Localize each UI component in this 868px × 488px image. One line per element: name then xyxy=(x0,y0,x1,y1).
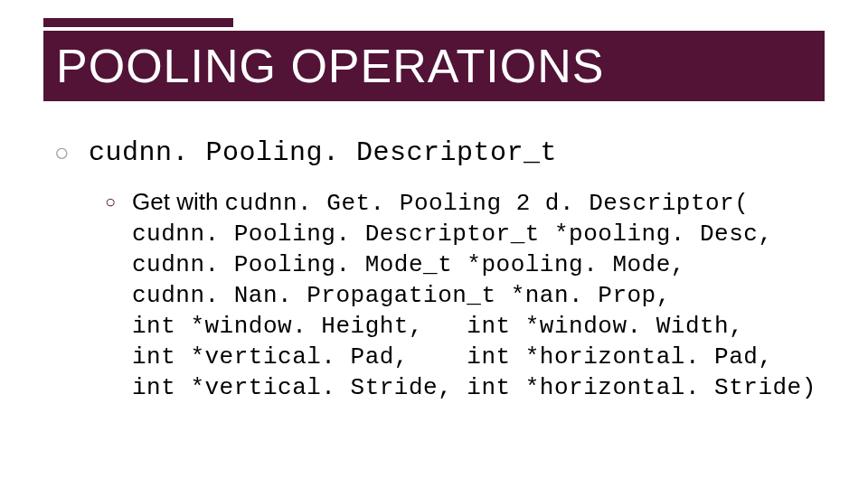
code-line: cudnn. Pooling. Descriptor_t *pooling. D… xyxy=(132,219,816,249)
circle-bullet-icon: ○ xyxy=(105,186,132,217)
title-bar: POOLING OPERATIONS xyxy=(43,31,825,101)
circle-bullet-icon: ○ xyxy=(54,136,89,170)
code-line: cudnn. Nan. Propagation_t *nan. Prop, xyxy=(132,280,816,311)
code-line: int *vertical. Stride, int *horizontal. … xyxy=(132,372,816,403)
slide: POOLING OPERATIONS ○ cudnn. Pooling. Des… xyxy=(0,0,868,488)
slide-body: ○ cudnn. Pooling. Descriptor_t ○ Get wit… xyxy=(54,136,825,403)
code-line: int *window. Height, int *window. Width, xyxy=(132,311,816,342)
code-line: int *vertical. Pad, int *horizontal. Pad… xyxy=(132,342,816,372)
bullet-level-1-text: cudnn. Pooling. Descriptor_t xyxy=(89,136,557,170)
bullet-level-2-content: Get with cudnn. Get. Pooling 2 d. Descri… xyxy=(132,186,816,403)
corner-accent-bar xyxy=(43,18,233,27)
bullet-level-1: ○ cudnn. Pooling. Descriptor_t xyxy=(54,136,825,170)
code-line: cudnn. Pooling. Mode_t *pooling. Mode, xyxy=(132,249,816,280)
slide-title: POOLING OPERATIONS xyxy=(56,39,604,93)
bullet-level-2-prefix: Get with xyxy=(132,188,225,215)
bullet-level-2: ○ Get with cudnn. Get. Pooling 2 d. Desc… xyxy=(105,186,825,403)
function-signature-head: cudnn. Get. Pooling 2 d. Descriptor( xyxy=(225,190,750,217)
